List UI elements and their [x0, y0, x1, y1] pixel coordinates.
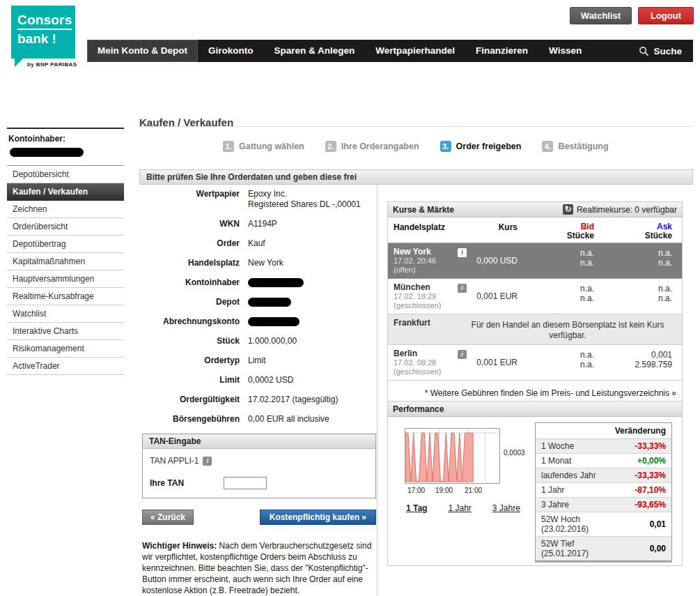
perf-row-3-jahre: 3 Jahre -93,65% — [536, 498, 671, 512]
quote-price: 0,001 EUR — [473, 358, 529, 367]
ask-price: n.a. — [598, 248, 672, 258]
step-2-number: 2. — [325, 141, 336, 152]
consorsbank-logo[interactable]: Consors bank ! by BNP PARIBAS — [11, 6, 95, 68]
search-button[interactable]: Suche — [639, 40, 693, 62]
nav-item-finanzieren[interactable]: Finanzieren — [465, 40, 538, 62]
logout-button[interactable]: Logout — [638, 7, 694, 24]
ask-price: 0,001 — [598, 350, 672, 360]
sidebar-item-hauptversammlungen[interactable]: Hauptversammlungen — [7, 270, 124, 288]
watchlist-button[interactable]: Watchlist — [570, 7, 632, 24]
field-label: Stück — [142, 336, 248, 346]
period-1-jahr[interactable]: 1 Jahr — [448, 503, 471, 513]
col-header-handelsplatz: Handelsplatz — [394, 222, 458, 240]
field-value: 17.02.2017 (tagesgültig) — [248, 395, 376, 405]
sidebar-item-kapitalmassnahmen[interactable]: Kapitalmaßnahmen — [7, 253, 124, 270]
quote-price: 0,000 USD — [473, 256, 529, 266]
perf-value: -33,33% — [635, 441, 666, 451]
perf-row-1-jahr: 1 Jahr -87,10% — [536, 483, 671, 498]
nav-item-girokonto[interactable]: Girokonto — [198, 40, 264, 62]
sidebar-item-interaktive-charts[interactable]: Interaktive Charts — [7, 323, 124, 340]
perf-label: 1 Woche — [541, 441, 574, 451]
buy-with-costs-button[interactable]: Kostenpflichtig kaufen » — [260, 510, 376, 525]
nav-item-mein-konto-depot[interactable]: Mein Konto & Depot — [87, 40, 198, 62]
period-1-tag[interactable]: 1 Tag — [406, 503, 427, 513]
sidebar-item-zeichnen[interactable]: Zeichnen — [7, 201, 124, 218]
field-label: Kontoinhaber — [142, 277, 248, 288]
bid-label: Bid — [581, 222, 594, 231]
field-label: Order — [142, 238, 248, 249]
step-4-number: 4. — [542, 141, 553, 152]
step-1-gattung-waehlen: 1. Gattung wählen — [223, 141, 304, 152]
title-divider — [139, 126, 693, 127]
field-value: 1.000.000,00 — [248, 336, 376, 346]
chart-x-axis: 17:00 19:00 21:00 — [405, 487, 516, 495]
chart-price-label: 0,0003 — [504, 449, 525, 457]
perf-label-date: (25.01.2017) — [541, 549, 589, 558]
nav-item-wissen[interactable]: Wissen — [538, 40, 592, 62]
info-icon[interactable]: i — [203, 457, 212, 466]
quote-row-new-york[interactable]: New York 17.02. 20:46 (offen) i 0,000 US… — [388, 243, 682, 279]
sidebar-item-activetrader[interactable]: ActiveTrader — [7, 358, 124, 375]
search-icon — [639, 46, 649, 56]
quote-status: (offen) — [394, 266, 458, 275]
field-order: Order Kauf — [142, 238, 376, 249]
performance-table: Veränderung 1 Woche -33,33% 1 Monat +0,0… — [535, 422, 672, 561]
perf-row-1-monat: 1 Monat +0,00% — [536, 454, 671, 468]
x-tick: 21:00 — [465, 487, 482, 494]
field-value: New York — [248, 258, 376, 268]
info-icon[interactable]: i — [458, 248, 467, 257]
field-abrechnungskonto: Abrechnungskonto — [142, 316, 376, 327]
quote-row-muenchen[interactable]: München 17.02. 18:29 (geschlossen) i 0,0… — [388, 279, 682, 314]
period-3-jahre[interactable]: 3 Jahre — [492, 503, 520, 513]
bid-stuecke-label: Stücke — [567, 231, 594, 240]
step-3-order-freigeben: 3. Order freigeben — [440, 141, 522, 152]
perf-label: laufendes Jahr — [541, 471, 596, 480]
sidebar-item-risikomanagement[interactable]: Risikomanagement — [7, 340, 124, 358]
performance-chart-box — [405, 428, 500, 484]
tan-input[interactable] — [224, 477, 267, 489]
field-value: 0,00 EUR all inclusive — [248, 414, 376, 425]
sidebar-item-depotuebertrag[interactable]: Depotübertrag — [7, 236, 124, 253]
redacted-abrechnungskonto — [248, 317, 300, 326]
perf-label-date: (23.02.2016) — [541, 524, 589, 534]
performance-title: Performance — [393, 404, 444, 414]
sidebar-item-watchlist[interactable]: Watchlist — [7, 305, 124, 323]
refresh-icon[interactable]: ↻ — [563, 204, 573, 215]
field-wkn: WKN A1194P — [142, 219, 376, 229]
fees-footnote-link[interactable]: * Weitere Gebühren finden Sie im Preis- … — [394, 388, 676, 399]
info-icon[interactable]: i — [458, 284, 467, 293]
field-label: Handelsplatz — [142, 258, 248, 268]
exchange-name: München — [394, 282, 458, 292]
realtime-quotes-label: Realtimekurse: 0 verfügbar — [577, 205, 677, 215]
field-ordergueltigkeit: Ordergültigkeit 17.02.2017 (tagesgültig) — [142, 395, 376, 405]
sidebar-item-orderuebersicht[interactable]: Orderübersicht — [7, 218, 124, 236]
logo-speech-tail — [15, 59, 23, 67]
logo-box: Consors bank ! — [11, 6, 75, 59]
nav-item-wertpapierhandel[interactable]: Wertpapierhandel — [365, 40, 465, 62]
perf-label: 1 Jahr — [541, 485, 564, 495]
step-4-label: Bestätigung — [558, 142, 608, 151]
x-tick: 17:00 — [407, 487, 425, 494]
field-label: Börsengebühren — [142, 414, 248, 425]
sidebar-item-kaufen-verkaufen[interactable]: Kaufen / Verkaufen — [7, 183, 124, 201]
exchange-name: Berlin — [394, 349, 458, 358]
field-label: Ordertyp — [142, 356, 248, 366]
quote-row-berlin[interactable]: Berlin 17.02. 08:28 (geschlossen) i 0,00… — [388, 345, 682, 381]
col-header-bid: Bid Stücke — [529, 222, 598, 240]
info-icon[interactable]: i — [458, 350, 467, 359]
logo-byline: by BNP PARIBAS — [27, 61, 77, 68]
quote-row-frankfurt[interactable]: Frankfurt Für den Handel an diesem Börse… — [388, 314, 682, 345]
logo-text-line1: Consors — [17, 13, 72, 30]
wertpapier-name: Epoxy Inc. — [248, 189, 376, 199]
sidebar-item-depotuebersicht[interactable]: Depotübersicht — [7, 166, 124, 183]
performance-chart — [405, 429, 499, 483]
sidebar-item-realtime-kursabfrage[interactable]: Realtime-Kursabfrage — [7, 288, 124, 305]
back-button[interactable]: « Zurück — [142, 510, 194, 525]
tan-box: TAN-Eingabe TAN APPLI-1 i Ihre TAN — [142, 434, 376, 498]
quote-datetime: 17.02. 20:46 — [394, 257, 458, 266]
search-label: Suche — [653, 46, 682, 56]
nav-item-sparen-anlegen[interactable]: Sparen & Anlegen — [263, 40, 365, 62]
field-label: Limit — [142, 375, 248, 385]
no-quote-message: Für den Handel an diesem Börsenplatz ist… — [458, 318, 678, 341]
page: Consors bank ! by BNP PARIBAS Watchlist … — [0, 0, 700, 596]
